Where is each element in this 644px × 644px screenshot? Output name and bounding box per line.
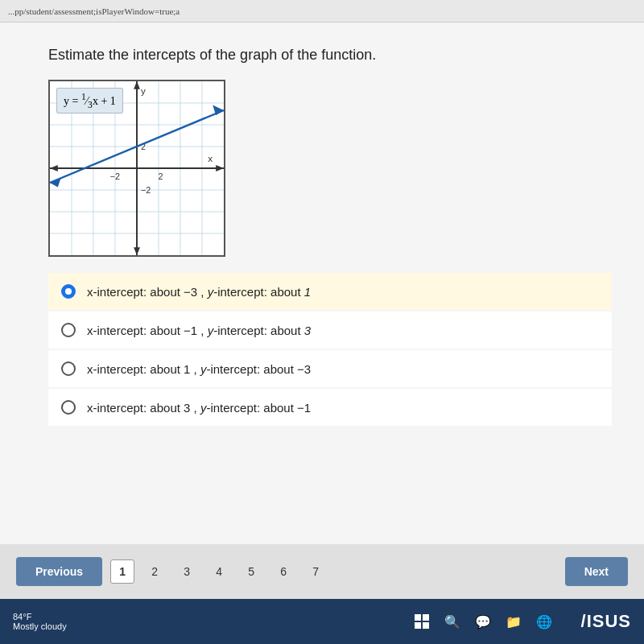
- option-text-c: x-intercept: about 1 , y-intercept: abou…: [87, 362, 311, 376]
- svg-text:x: x: [208, 153, 213, 163]
- url-text: ...pp/student/assessment;isPlayerWindow=…: [8, 6, 180, 16]
- browser-icon[interactable]: 🌐: [533, 610, 555, 633]
- equation-text: y = 1⁄3x + 1: [64, 95, 116, 107]
- page-1[interactable]: 1: [110, 559, 134, 584]
- option-text-b: x-intercept: about −1 , y-intercept: abo…: [87, 324, 311, 337]
- chat-icon[interactable]: 💬: [472, 610, 494, 633]
- browser-bar: ...pp/student/assessment;isPlayerWindow=…: [0, 0, 644, 23]
- taskbar-icons: 🔍 💬 📁 🌐: [411, 610, 555, 633]
- radio-c[interactable]: [61, 361, 76, 376]
- page-2[interactable]: 2: [142, 559, 167, 584]
- page-3[interactable]: 3: [175, 559, 199, 584]
- content-area: Estimate the intercepts of the graph of …: [0, 23, 644, 544]
- option-row-d[interactable]: x-intercept: about 3 , y-intercept: abou…: [48, 389, 612, 426]
- option-text-a: x-intercept: about −3 , y-intercept: abo…: [87, 285, 311, 299]
- next-button[interactable]: Next: [565, 557, 628, 586]
- taskbar: 84°F Mostly cloudy 🔍 💬 📁 🌐 /ISUS: [0, 599, 644, 644]
- svg-text:y: y: [141, 85, 146, 96]
- question-text: Estimate the intercepts of the graph of …: [48, 47, 612, 64]
- radio-a[interactable]: [61, 284, 76, 299]
- previous-button[interactable]: Previous: [16, 557, 102, 586]
- svg-marker-19: [134, 247, 140, 255]
- svg-marker-16: [216, 165, 224, 171]
- equation-box: y = 1⁄3x + 1: [56, 88, 123, 114]
- svg-marker-18: [134, 81, 140, 89]
- page-4[interactable]: 4: [207, 559, 231, 584]
- svg-text:−2: −2: [141, 185, 151, 195]
- asus-logo: /ISUS: [565, 611, 631, 632]
- option-row-a[interactable]: x-intercept: about −3 , y-intercept: abo…: [48, 273, 612, 310]
- option-row-c[interactable]: x-intercept: about 1 , y-intercept: abou…: [48, 350, 612, 387]
- graph-container: y = 1⁄3x + 1: [48, 80, 225, 257]
- option-text-d: x-intercept: about 3 , y-intercept: abou…: [87, 401, 311, 415]
- windows-icon[interactable]: [411, 610, 433, 633]
- svg-marker-27: [50, 178, 61, 188]
- search-icon[interactable]: 🔍: [441, 610, 464, 633]
- svg-text:2: 2: [159, 171, 163, 181]
- page-6[interactable]: 6: [271, 559, 295, 584]
- option-row-b[interactable]: x-intercept: about −1 , y-intercept: abo…: [48, 312, 612, 349]
- page-7[interactable]: 7: [303, 559, 328, 584]
- temperature: 84°F: [13, 612, 67, 621]
- pagination-bar: Previous 1 2 3 4 5 6 7 Next: [0, 544, 644, 599]
- page-5[interactable]: 5: [239, 559, 263, 584]
- weather-widget: 84°F Mostly cloudy: [13, 612, 67, 631]
- radio-b[interactable]: [61, 323, 76, 337]
- options-container: x-intercept: about −3 , y-intercept: abo…: [48, 273, 612, 426]
- svg-text:−2: −2: [110, 171, 120, 181]
- radio-d[interactable]: [61, 400, 76, 415]
- files-icon[interactable]: 📁: [502, 610, 525, 633]
- weather-condition: Mostly cloudy: [13, 621, 67, 631]
- svg-marker-17: [50, 165, 58, 171]
